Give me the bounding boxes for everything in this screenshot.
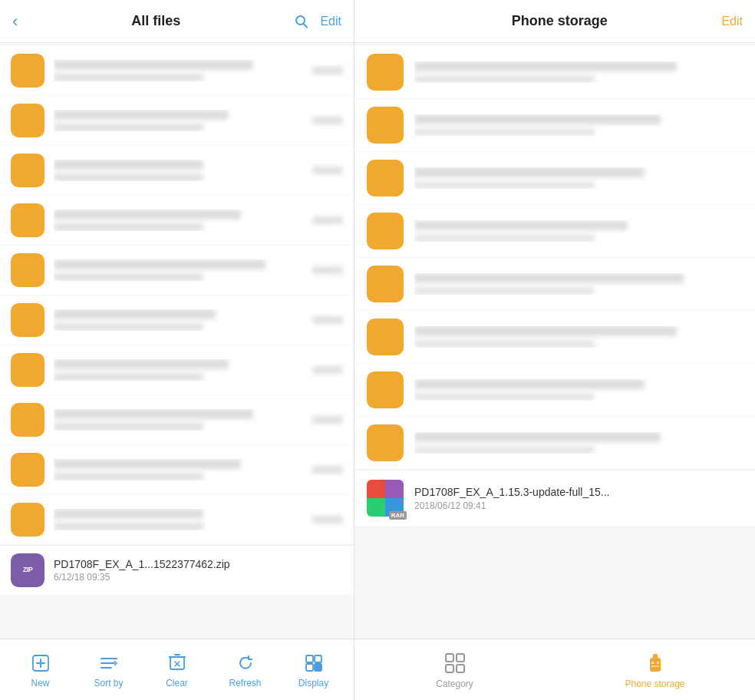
list-item[interactable] — [0, 296, 354, 345]
file-size — [312, 167, 343, 174]
file-info — [54, 160, 303, 181]
file-info — [54, 309, 303, 331]
list-item[interactable] — [354, 205, 755, 257]
file-name — [414, 379, 645, 389]
right-title: Phone storage — [397, 13, 721, 29]
list-item[interactable] — [0, 196, 354, 245]
file-icon — [367, 160, 404, 196]
refresh-icon — [234, 652, 257, 675]
list-item[interactable] — [0, 246, 354, 295]
sort-button[interactable]: Sort by — [86, 652, 132, 688]
file-icon — [11, 403, 45, 437]
file-icon — [367, 213, 404, 249]
svg-rect-20 — [457, 665, 464, 672]
file-info — [414, 61, 743, 83]
file-info — [54, 359, 303, 381]
file-icon — [11, 353, 45, 387]
clear-button[interactable]: Clear — [154, 652, 200, 688]
file-name — [54, 60, 253, 70]
file-meta — [54, 523, 203, 530]
refresh-button[interactable]: Refresh — [223, 652, 269, 688]
rar-icon-q3 — [367, 498, 385, 517]
left-panel: ‹ All files Edit — [0, 0, 354, 700]
left-header-actions: Edit — [294, 14, 341, 29]
file-name — [414, 326, 677, 336]
file-name — [414, 61, 677, 71]
search-icon[interactable] — [294, 14, 309, 29]
list-item[interactable] — [0, 46, 354, 95]
file-name — [54, 309, 216, 319]
svg-rect-16 — [315, 664, 321, 671]
left-title: All files — [131, 13, 180, 29]
file-icon — [11, 303, 45, 337]
highlighted-rar-item[interactable]: RAR PD1708F_EX_A_1.15.3-update-full_15..… — [354, 470, 755, 526]
list-item[interactable] — [0, 495, 354, 544]
list-item[interactable] — [0, 395, 354, 444]
file-meta — [414, 234, 595, 242]
file-size — [312, 416, 343, 424]
file-meta — [54, 373, 203, 381]
file-meta — [414, 128, 595, 136]
file-info — [54, 60, 303, 81]
list-item[interactable] — [0, 445, 354, 494]
file-icon — [11, 154, 45, 187]
rar-icon-q1 — [367, 480, 385, 498]
highlighted-file-item[interactable]: ZIP PD1708F_EX_A_1...1522377462.zip 6/12… — [0, 545, 354, 595]
file-info — [414, 220, 743, 242]
list-item[interactable] — [354, 364, 755, 416]
clear-icon — [166, 652, 189, 675]
sort-label: Sort by — [94, 678, 123, 688]
file-icon — [367, 266, 404, 302]
list-item[interactable] — [354, 258, 755, 310]
new-button[interactable]: New — [18, 652, 64, 688]
file-info — [414, 379, 743, 401]
list-item[interactable] — [354, 417, 755, 469]
phone-storage-label: Phone storage — [625, 679, 684, 689]
right-header: Phone storage Edit — [354, 0, 755, 43]
file-icon — [11, 104, 45, 137]
zip-file-icon: ZIP — [11, 553, 45, 587]
edit-button-left[interactable]: Edit — [320, 15, 341, 28]
file-meta — [414, 340, 595, 348]
clear-label: Clear — [166, 678, 188, 688]
svg-rect-15 — [306, 664, 313, 671]
list-item[interactable] — [354, 152, 755, 204]
new-label: New — [31, 678, 49, 688]
file-icon — [367, 424, 404, 461]
list-item[interactable] — [0, 96, 354, 145]
new-icon — [29, 652, 52, 675]
file-icon — [367, 54, 404, 91]
sort-icon — [97, 652, 120, 675]
category-tab[interactable]: Category — [354, 645, 555, 695]
file-name — [54, 409, 253, 419]
svg-line-1 — [304, 24, 308, 28]
back-button[interactable]: ‹ — [12, 12, 18, 31]
svg-rect-13 — [306, 655, 313, 662]
file-icon — [367, 319, 404, 355]
list-item[interactable] — [354, 311, 755, 363]
display-button[interactable]: Display — [291, 652, 337, 688]
right-file-list: RAR PD1708F_EX_A_1.15.3-update-full_15..… — [354, 43, 755, 639]
phone-storage-tab[interactable]: Phone storage — [555, 645, 755, 695]
rar-file-name: PD1708F_EX_A_1.15.3-update-full_15... — [414, 486, 743, 498]
zip-file-name: PD1708F_EX_A_1...1522377462.zip — [54, 558, 343, 570]
zip-file-info: PD1708F_EX_A_1...1522377462.zip 6/12/18 … — [54, 558, 343, 583]
file-icon — [367, 107, 404, 144]
file-size — [312, 67, 343, 74]
file-icon — [11, 54, 45, 88]
file-icon — [11, 203, 45, 237]
file-name — [414, 432, 661, 442]
list-item[interactable] — [0, 146, 354, 195]
edit-button-right[interactable]: Edit — [721, 15, 743, 28]
zip-file-date: 6/12/18 09:35 — [54, 572, 343, 583]
file-icon — [11, 453, 45, 487]
svg-rect-21 — [650, 658, 661, 672]
file-meta — [54, 423, 203, 431]
file-size — [312, 216, 343, 224]
list-item[interactable] — [354, 99, 755, 151]
file-name — [414, 273, 684, 283]
left-header: ‹ All files Edit — [0, 0, 354, 43]
file-icon — [11, 253, 45, 287]
list-item[interactable] — [0, 345, 354, 395]
list-item[interactable] — [354, 46, 755, 98]
